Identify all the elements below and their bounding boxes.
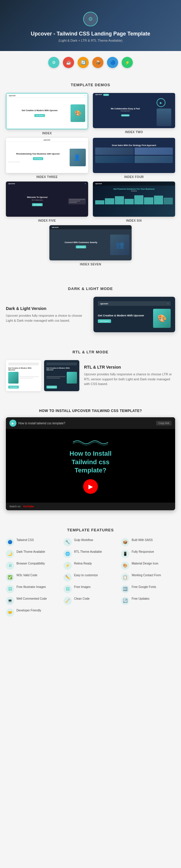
watch-on-label: Watch on <box>9 505 21 508</box>
video-section: HOW TO INSTALL UPCOVER TAILWIND CSS TEMP… <box>0 400 181 519</box>
feature-icon-10: ✏️ <box>63 573 72 582</box>
demo-label-index-two: INDEX TWO <box>93 130 175 134</box>
feature-label-18: Developer Friendly <box>17 609 41 612</box>
demo-thumb-index-three[interactable]: upcover Revolutionizing Your Business wi… <box>6 138 88 173</box>
feature-item-11: 📋 Working Contact Form <box>121 573 175 582</box>
feature-label-13: Free Images <box>74 585 90 589</box>
feature-item-10: ✏️ Easy to customize <box>63 573 118 582</box>
mockup-heading: Get Creative & Modern With Upcover <box>98 314 150 318</box>
video-main-area[interactable]: How to Install Tailwind css Template? ▶ <box>6 429 175 503</box>
demo-thumb-index-four[interactable]: Grow Sales With Our Strategy First Appro… <box>93 138 175 173</box>
demo-preview-index-five: upcover● Welcome To Upcover We Collabora… <box>6 182 88 217</box>
rtl-nav-rtl <box>46 363 77 365</box>
feature-icon-0: 🔵 <box>6 538 14 546</box>
demo-index-six[interactable]: upcover Get Powerful Solutions For Your … <box>93 182 175 222</box>
demo-preview-index-six: upcover Get Powerful Solutions For Your … <box>93 182 175 217</box>
demo-thumb-index-five[interactable]: upcover● Welcome To Upcover We Collabora… <box>6 182 88 217</box>
demo-label-index-five: INDEX FIVE <box>6 219 88 222</box>
feature-item-8: 🎨 Material Design Icon <box>121 562 175 570</box>
demo-body-index-two: We Collaboration Easy & Fast Fast Approa… <box>93 96 175 128</box>
feature-item-18: 🤝 Developer Friendly <box>6 609 60 617</box>
demo-img-index-two: ▶ <box>157 98 173 126</box>
badge-responsive[interactable]: ⚡ <box>122 57 133 68</box>
dark-light-section: DARK & LIGHT MODE Dark & Light Version U… <box>0 278 181 341</box>
rtl-ltr-title: RTL & LTR MODE <box>6 350 175 354</box>
demo-body-index-seven: Connect With Customers Smartly Get Start… <box>49 229 132 260</box>
demo-preview-index-three: upcover Revolutionizing Your Business wi… <box>6 138 88 173</box>
feature-label-15: Well Commented Code <box>17 597 47 600</box>
video-copy-link-button[interactable]: Copy link <box>156 421 172 426</box>
badge-rtl[interactable]: 🔵 <box>107 57 118 68</box>
demo-imgbox-3 <box>95 156 134 163</box>
demo-index-five[interactable]: upcover● Welcome To Upcover We Collabora… <box>6 182 88 222</box>
demo-cta-index-two: Get Started <box>121 114 129 116</box>
feature-icon-11: 📋 <box>121 573 129 582</box>
badge-tailwind[interactable]: ⚙ <box>48 57 59 68</box>
features-section: TEMPLATE FEATURES 🔵 Tailwind CSS 🔧 Gulp … <box>0 519 181 625</box>
video-title-line2: Tailwind css <box>71 458 109 466</box>
rtl-card-ltr: Get Creative & Modern With Upcover Get S… <box>6 360 41 391</box>
feature-label-14: Free Google Fonts <box>132 585 156 589</box>
badge-sass[interactable]: 🔄 <box>78 57 89 68</box>
feature-item-9: ✅ W3c Valid Code <box>6 573 60 582</box>
demo-nav-index-six: upcover <box>93 182 175 186</box>
demo-heading-index-one: Get Creative & Modern With Upcover <box>9 109 71 112</box>
video-container[interactable]: ▶ How to install tailwind css template? … <box>6 417 175 510</box>
feature-icon-6: 🖥 <box>6 562 14 570</box>
demo-label-index-one: INDEX <box>6 132 88 135</box>
youtube-label: YouTube <box>23 505 34 508</box>
rtl-description: Upcover provides fully responsive a chan… <box>84 372 175 386</box>
demo-index-seven[interactable]: upcover Connect With Customers Smartly G… <box>49 225 132 266</box>
icon-badges-row: ⚙ ☕ 🔄 📦 🔵 ⚡ <box>0 51 181 74</box>
demo-nav-index-three: upcover <box>6 138 88 142</box>
rtl-nav-ltr <box>8 363 39 365</box>
demo-index-four[interactable]: Grow Sales With Our Strategy First Appro… <box>93 138 175 179</box>
feature-label-17: Free Updates <box>132 597 150 600</box>
demos-row-2: upcover Revolutionizing Your Business wi… <box>6 138 175 179</box>
demo-body-index-four: Grow Sales With Our Strategy First Appro… <box>93 142 175 173</box>
demo-thumb-index-two[interactable]: upcover ● Start We Collaboration Easy & … <box>93 93 175 128</box>
demo-index-three[interactable]: upcover Revolutionizing Your Business wi… <box>6 138 88 179</box>
badge-dark[interactable]: 📦 <box>92 57 103 68</box>
feature-label-2: Built With SASS <box>132 538 153 542</box>
video-title-line1: How to Install <box>70 450 112 457</box>
demo-index-two[interactable]: upcover ● Start We Collaboration Easy & … <box>93 93 175 135</box>
demo-nav-index-five: upcover● <box>6 182 88 186</box>
feature-icon-5: 📱 <box>121 550 129 558</box>
demo-heading-index-seven: Connect With Customers Smartly <box>52 241 110 243</box>
feature-label-7: Retina Ready <box>74 562 92 565</box>
feature-item-14: 🔤 Free Google Fonts <box>121 585 175 593</box>
rtl-grid: Get Creative & Modern With Upcover Get S… <box>6 360 175 391</box>
demo-thumb-index-one[interactable]: upcover ● Get Creative & Modern With Upc… <box>6 93 88 129</box>
demo-preview-index-seven: upcover Connect With Customers Smartly G… <box>49 225 132 260</box>
video-main-title: How to Install Tailwind css Template? <box>15 450 166 475</box>
feature-label-6: Browser Compatibility <box>17 562 45 565</box>
feature-icon-8: 🎨 <box>121 562 129 570</box>
rtl-mockups: Get Creative & Modern With Upcover Get S… <box>6 360 79 391</box>
feature-item-1: 🔧 Gulp Workflow <box>63 538 118 546</box>
video-play-button[interactable]: ▶ <box>83 479 98 494</box>
demo-imgbox-4 <box>135 156 173 163</box>
demo-thumb-index-six[interactable]: upcover Get Powerful Solutions For Your … <box>93 182 175 217</box>
demo-text-index-seven: Connect With Customers Smartly Get Start… <box>52 241 110 249</box>
demo-preview-index-two: upcover ● Start We Collaboration Easy & … <box>93 93 175 128</box>
demo-label-index-four: INDEX FOUR <box>93 175 175 179</box>
feature-item-12: 🖼 Free Illustrator Images <box>6 585 60 593</box>
rtl-body-ltr: Get Creative & Modern With Upcover Get S… <box>8 367 39 389</box>
demo-thumb-index-seven[interactable]: upcover Connect With Customers Smartly G… <box>49 225 132 260</box>
demo-right-index-five <box>68 198 86 205</box>
video-wave-graphic <box>73 438 108 446</box>
demo-preview-index-one: upcover ● Get Creative & Modern With Upc… <box>6 94 87 129</box>
badge-gulp[interactable]: ☕ <box>63 57 74 68</box>
dark-light-description: Upcover provides fully responsive a choi… <box>6 313 87 323</box>
feature-icon-17: 🔄 <box>121 597 129 605</box>
demo-imgbox-2 <box>135 148 173 155</box>
feature-label-11: Working Contact Form <box>132 573 161 577</box>
feature-icon-14: 🔤 <box>121 585 129 593</box>
demo-cta-index-one: Get Started <box>34 114 45 117</box>
mockup-nav: upcover ● <box>98 301 171 306</box>
features-title: TEMPLATE FEATURES <box>6 528 175 532</box>
demo-index-one[interactable]: upcover ● Get Creative & Modern With Upc… <box>6 93 88 135</box>
demo-nav-index-seven: upcover <box>49 225 132 229</box>
demo-heading-index-three: Revolutionizing Your Business with Upcov… <box>8 153 68 155</box>
